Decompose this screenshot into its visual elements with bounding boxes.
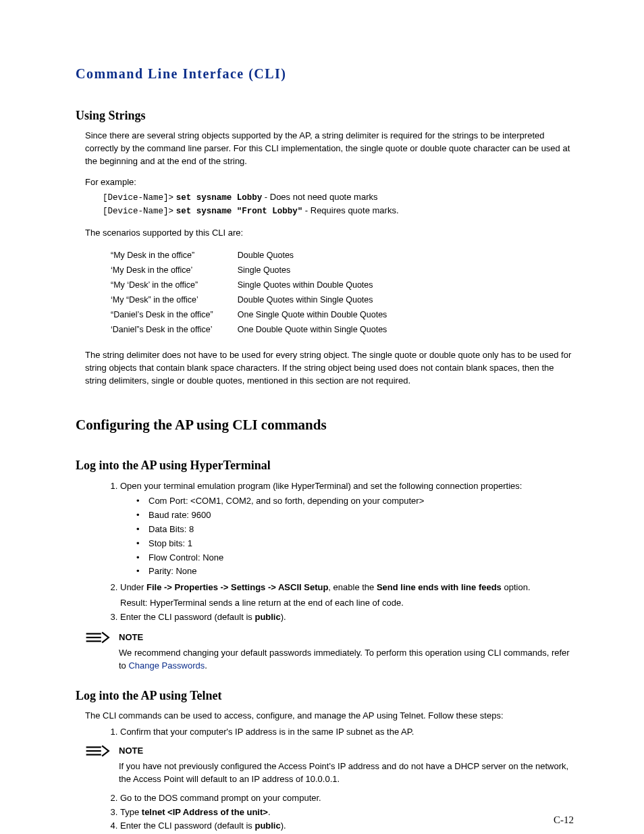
list-item: Stop bits: 1 — [139, 537, 574, 551]
step-text: Open your terminal emulation program (li… — [120, 481, 522, 491]
note-block: NOTE We recommend changing your default … — [85, 631, 574, 673]
scenarios-table: “My Desk in the office”Double Quotes ‘My… — [111, 248, 387, 338]
list-item: Enter the CLI password (default is publi… — [120, 610, 574, 625]
note-block: NOTE If you have not previously configur… — [85, 745, 574, 786]
example-line: [Device-Name]> set sysname Lobby - Does … — [103, 191, 574, 204]
string-example: ‘My “Desk” in the office’ — [111, 292, 238, 307]
list-item: Com Port: <COM1, COM2, and so forth, dep… — [139, 494, 574, 509]
note-arrow-icon — [85, 745, 119, 761]
text: Under — [120, 582, 146, 592]
bold-text: File -> Properties -> Settings -> ASCII … — [146, 582, 328, 592]
string-desc: One Single Quote within Double Quotes — [238, 307, 387, 322]
string-desc: Double Quotes — [238, 248, 387, 263]
note-text: We recommend changing your default passw… — [119, 647, 574, 673]
list-item: Enter the CLI password (default is publi… — [120, 819, 574, 833]
paragraph: The CLI commands can be used to access, … — [85, 710, 574, 723]
ordered-list: Go to the DOS command prompt on your com… — [76, 791, 574, 834]
list-item: Data Bits: 8 — [139, 523, 574, 537]
table-row: “My Desk in the office”Double Quotes — [111, 248, 387, 263]
heading-hyperterminal: Log into the AP using HyperTerminal — [76, 457, 574, 474]
list-item: Type telnet <IP Address of the unit>. — [120, 806, 574, 820]
paragraph: The string delimiter does not have to be… — [85, 349, 574, 388]
prompt: [Device-Name]> — [103, 207, 173, 216]
note-heading: NOTE — [119, 745, 574, 758]
text: ). — [281, 612, 286, 622]
text: . — [268, 807, 271, 817]
label-for-example: For example: — [85, 176, 574, 189]
example-line: [Device-Name]> set sysname "Front Lobby"… — [103, 205, 574, 217]
page-number: C-12 — [554, 813, 574, 828]
table-row: ‘My Desk in the office’Single Quotes — [111, 263, 387, 278]
string-example: ‘My Desk in the office’ — [111, 263, 238, 278]
note-text: If you have not previously configured th… — [119, 760, 574, 786]
link-change-passwords[interactable]: Change Passwords — [128, 660, 205, 671]
page: Command Line Interface (CLI) Using Strin… — [0, 0, 644, 834]
text: . — [205, 660, 207, 671]
list-item: Under File -> Properties -> Settings -> … — [120, 581, 574, 610]
list-item: Parity: None — [139, 565, 574, 579]
command: set sysname Lobby — [176, 193, 263, 203]
example-tail: - Does not need quote marks — [265, 192, 378, 202]
text: option. — [502, 582, 531, 592]
string-example: “My ‘Desk’ in the office” — [111, 278, 238, 292]
prompt: [Device-Name]> — [103, 193, 173, 203]
bold-text: telnet <IP Address of the unit> — [142, 807, 268, 817]
table-row: ‘Daniel”s Desk in the office’One Double … — [111, 322, 387, 337]
example-tail: - Requires quote marks. — [305, 205, 399, 215]
string-desc: One Double Quote within Single Quotes — [238, 322, 387, 337]
paragraph: The scenarios supported by this CLI are: — [85, 227, 574, 240]
table-row: “Daniel’s Desk in the office”One Single … — [111, 307, 387, 322]
heading-using-strings: Using Strings — [76, 107, 574, 124]
chapter-title: Command Line Interface (CLI) — [76, 64, 574, 84]
table-row: ‘My “Desk” in the office’Double Quotes w… — [111, 292, 387, 307]
bullet-list: Com Port: <COM1, COM2, and so forth, dep… — [120, 494, 574, 579]
bold-text: Send line ends with line feeds — [377, 582, 502, 592]
result-text: Result: HyperTerminal sends a line retur… — [120, 597, 574, 610]
command: set sysname "Front Lobby" — [176, 207, 303, 216]
text: Enter the CLI password (default is — [120, 820, 254, 831]
note-heading: NOTE — [119, 631, 574, 644]
list-item: Confirm that your computer's IP address … — [120, 725, 574, 739]
list-item: Go to the DOS command prompt on your com… — [120, 791, 574, 806]
bold-text: public — [254, 612, 280, 622]
heading-configuring: Configuring the AP using CLI commands — [76, 415, 574, 435]
list-item: Flow Control: None — [139, 551, 574, 565]
ordered-list: Confirm that your computer's IP address … — [76, 725, 574, 739]
heading-telnet: Log into the AP using Telnet — [76, 687, 574, 704]
list-item: Open your terminal emulation program (li… — [120, 479, 574, 581]
string-desc: Single Quotes — [238, 263, 387, 278]
string-example: “My Desk in the office” — [111, 248, 238, 263]
string-desc: Double Quotes within Single Quotes — [238, 292, 387, 307]
text: , enable the — [328, 582, 377, 592]
string-desc: Single Quotes within Double Quotes — [238, 278, 387, 292]
text: Type — [120, 807, 142, 817]
paragraph: Since there are several string objects s… — [85, 130, 574, 168]
table-row: “My ‘Desk’ in the office”Single Quotes w… — [111, 278, 387, 292]
string-example: ‘Daniel”s Desk in the office’ — [111, 322, 238, 337]
text: ). — [281, 820, 286, 831]
text: Enter the CLI password (default is — [120, 612, 254, 622]
ordered-list: Open your terminal emulation program (li… — [76, 479, 574, 624]
list-item: Baud rate: 9600 — [139, 509, 574, 523]
note-arrow-icon — [85, 631, 119, 648]
string-example: “Daniel’s Desk in the office” — [111, 307, 238, 322]
bold-text: public — [254, 820, 280, 831]
